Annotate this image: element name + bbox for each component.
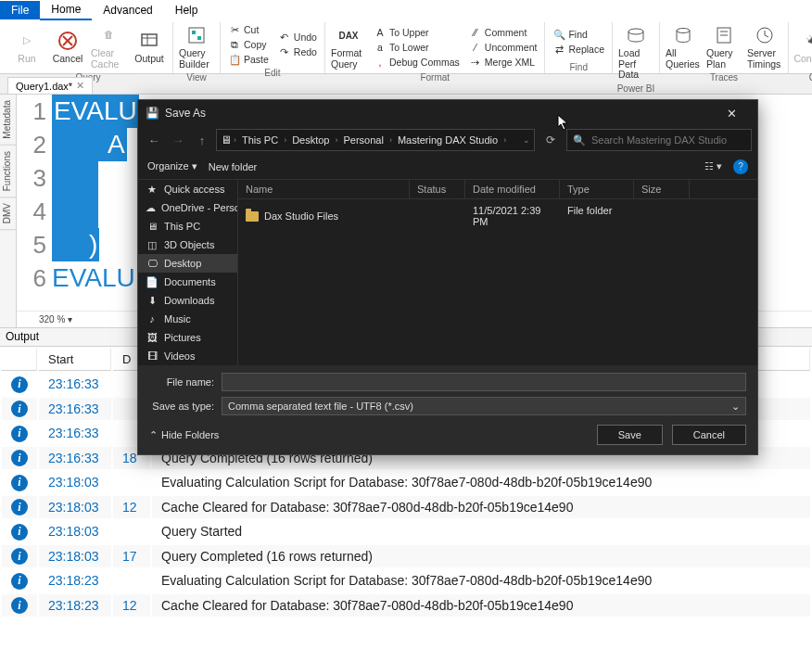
dialog-close-button[interactable]: ✕ (713, 107, 750, 121)
nav-up-button[interactable]: ↑ (192, 134, 212, 147)
connect-button[interactable]: 🔌Connect (793, 28, 812, 67)
clear-cache-button[interactable]: 🗑Clear Cache (89, 22, 128, 71)
down-icon: ⬇ (146, 295, 159, 306)
query-builder-button[interactable]: Query Builder (177, 22, 216, 71)
perf-icon (625, 24, 647, 46)
save-button[interactable]: Save (597, 425, 663, 445)
tree-item[interactable]: ☁OneDrive - Person (138, 198, 237, 217)
file-name-input[interactable] (222, 373, 746, 391)
cancel-icon (57, 30, 79, 52)
nav-forward-button[interactable]: → (168, 134, 188, 147)
file-type: File folder (560, 202, 634, 230)
cut-button[interactable]: ✂Cut (224, 22, 273, 37)
crumb[interactable]: Personal (339, 134, 387, 146)
folder-tree[interactable]: ★Quick access☁OneDrive - Person🖥This PC◫… (138, 180, 238, 365)
tree-item[interactable]: ◫3D Objects (138, 235, 237, 254)
svg-rect-8 (197, 36, 201, 40)
nav-back-button[interactable]: ← (144, 134, 164, 147)
help-button[interactable]: ? (733, 159, 748, 174)
tree-item-label: Pictures (164, 332, 201, 343)
lower-icon: a (374, 41, 387, 54)
output-row[interactable]: i 23:18:03 Query Started (2, 520, 810, 543)
list-col-type[interactable]: Type (560, 180, 634, 198)
code-editor[interactable]: EVALU A ) EVALU (52, 95, 139, 311)
side-tab-dmv[interactable]: DMV (0, 197, 16, 230)
line-gutter: 123 456 (17, 95, 52, 311)
uncomment-button[interactable]: ⁄Uncomment (465, 40, 541, 55)
output-icon (138, 30, 160, 52)
group-label-find: Find (549, 61, 608, 73)
tree-item[interactable]: ♪Music (138, 310, 237, 328)
menu-help[interactable]: Help (164, 1, 209, 19)
to-lower-button[interactable]: aTo Lower (370, 40, 463, 55)
tree-item[interactable]: ⬇Downloads (138, 291, 237, 310)
refresh-button[interactable]: ⟳ (539, 134, 563, 146)
info-icon: i (11, 376, 28, 393)
find-button[interactable]: 🔍Find (549, 27, 608, 42)
tree-item[interactable]: 📄Documents (138, 273, 237, 291)
breadcrumb[interactable]: 🖥› This PC› Desktop› Personal› Mastering… (216, 129, 535, 151)
menu-advanced[interactable]: Advanced (92, 1, 163, 19)
file-list[interactable]: Name Status Date modified Type Size Dax … (238, 180, 757, 365)
tree-item[interactable]: 🖵Desktop (138, 254, 237, 273)
output-row[interactable]: i 23:18:23 12 Cache Cleared for Database… (2, 594, 810, 617)
copy-button[interactable]: ⧉Copy (224, 37, 273, 52)
file-list-row[interactable]: Dax Studio Files 11/5/2021 2:39 PM File … (238, 199, 757, 233)
side-tab-metadata[interactable]: Metadata (0, 95, 16, 146)
menu-file[interactable]: File (0, 1, 40, 19)
find-icon: 🔍 (552, 28, 565, 41)
to-upper-button[interactable]: ATo Upper (370, 25, 463, 40)
run-button[interactable]: ▷Run (7, 28, 46, 67)
cancel-button[interactable]: Cancel (48, 28, 87, 67)
redo-button[interactable]: ↷Redo (274, 45, 321, 59)
crumb[interactable]: Desktop (288, 134, 333, 146)
output-row[interactable]: i 23:18:23 Evaluating Calculation Script… (2, 569, 810, 592)
paste-button[interactable]: 📋Paste (224, 52, 273, 67)
comma-icon: , (374, 56, 387, 69)
output-row[interactable]: i 23:18:03 12 Cache Cleared for Database… (2, 496, 810, 519)
merge-xml-button[interactable]: ⇢Merge XML (465, 55, 541, 70)
info-icon: i (11, 450, 28, 466)
output-row[interactable]: i 23:18:03 17 Query Completed (16 rows r… (2, 545, 810, 568)
view-options-button[interactable]: ☷ ▾ (704, 160, 722, 172)
debug-commas-button[interactable]: ,Debug Commas (370, 55, 463, 70)
tree-item[interactable]: 🎞Videos (138, 347, 237, 365)
desktop-icon: 🖵 (146, 258, 159, 269)
hide-folders-button[interactable]: ⌃Hide Folders (149, 429, 219, 441)
document-tab[interactable]: Query1.dax* ✕ (7, 77, 93, 94)
search-input[interactable]: 🔍 Search Mastering DAX Studio (566, 129, 752, 151)
zoom-level[interactable]: 320 % (39, 314, 65, 324)
replace-button[interactable]: ⇄Replace (549, 42, 608, 57)
side-tab-functions[interactable]: Functions (0, 146, 16, 197)
list-col-date[interactable]: Date modified (465, 180, 560, 198)
new-folder-button[interactable]: New folder (209, 161, 258, 172)
list-col-name[interactable]: Name (238, 180, 410, 198)
all-queries-button[interactable]: All Queries (664, 22, 703, 71)
vid-icon: 🎞 (146, 350, 159, 362)
server-timings-button[interactable]: Server Timings (745, 22, 784, 71)
col-start[interactable]: Start (39, 349, 111, 371)
undo-button[interactable]: ↶Undo (274, 30, 321, 45)
organize-button[interactable]: Organize ▾ (147, 160, 197, 172)
row-duration: 17 (113, 545, 150, 568)
file-date: 11/5/2021 2:39 PM (465, 202, 560, 230)
crumb[interactable]: This PC (238, 134, 282, 146)
output-row[interactable]: i 23:18:03 Evaluating Calculation Script… (2, 471, 810, 494)
cancel-button[interactable]: Cancel (672, 425, 746, 445)
tree-item[interactable]: 🖼Pictures (138, 328, 237, 347)
document-tab-label: Query1.dax* (16, 81, 72, 92)
tree-item[interactable]: 🖥This PC (138, 217, 237, 235)
close-icon[interactable]: ✕ (76, 80, 84, 92)
list-col-size[interactable]: Size (634, 180, 690, 198)
save-as-type-select[interactable]: Comma separated text file - UTF8 (*.csv)… (222, 397, 746, 415)
tree-item[interactable]: ★Quick access (138, 180, 237, 198)
crumb[interactable]: Mastering DAX Studio (394, 134, 501, 146)
row-message: Evaluating Calculation Script for Databa… (152, 471, 810, 494)
format-query-button[interactable]: DAXFormat Query (329, 22, 368, 71)
list-col-status[interactable]: Status (410, 180, 465, 198)
load-perf-button[interactable]: Load Perf Data (616, 22, 655, 83)
output-button[interactable]: Output (130, 28, 169, 67)
menu-home[interactable]: Home (40, 0, 92, 20)
query-plan-button[interactable]: Query Plan (704, 22, 743, 71)
comment-button[interactable]: ⁄⁄Comment (465, 25, 541, 40)
